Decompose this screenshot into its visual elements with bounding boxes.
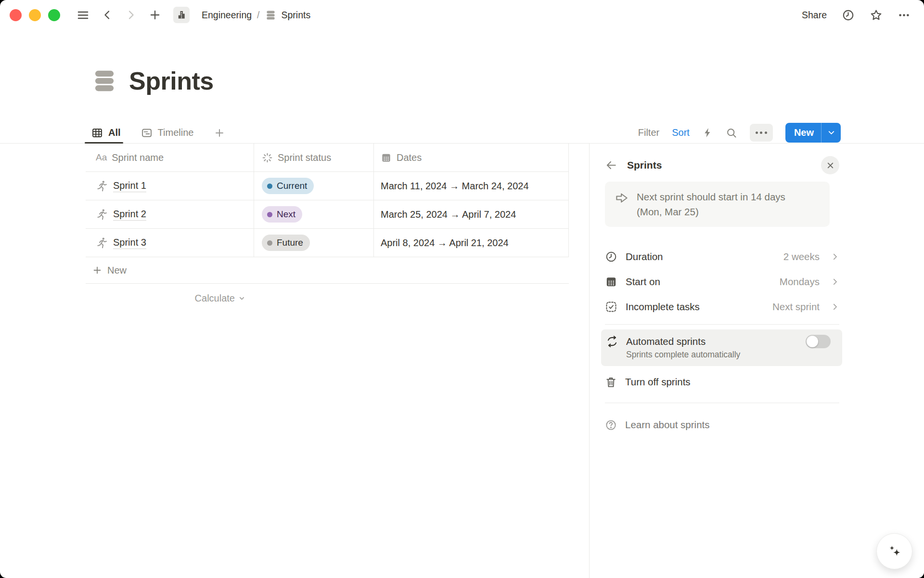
table-header-row: Aa Sprint name Sprint status Dates — [86, 144, 569, 172]
teamspace-icon[interactable] — [173, 7, 190, 23]
running-person-icon — [96, 236, 108, 249]
search-icon[interactable] — [726, 127, 737, 139]
cell-sprint-status[interactable]: Next — [254, 200, 374, 229]
favorite-star-icon[interactable] — [870, 9, 883, 22]
tab-all[interactable]: All — [91, 122, 121, 143]
banner-line-1: Next sprint should start in 14 days — [637, 191, 785, 202]
more-options-icon[interactable] — [898, 9, 911, 22]
new-row-button[interactable]: New — [86, 257, 569, 284]
panel-divider — [605, 403, 839, 403]
chevron-down-icon — [827, 128, 836, 137]
breadcrumb-page[interactable]: Sprints — [282, 10, 311, 21]
setting-start-on[interactable]: Start on Mondays — [605, 269, 839, 294]
automated-sprints-row[interactable]: Automated sprints Sprints complete autom… — [601, 329, 842, 366]
chevron-right-icon — [831, 277, 839, 286]
column-label: Sprint name — [112, 152, 164, 163]
sort-button[interactable]: Sort — [672, 127, 690, 138]
setting-value: Next sprint — [772, 301, 820, 313]
timeline-view-icon — [141, 127, 153, 139]
sprint-title[interactable]: Sprint 2 — [113, 209, 146, 221]
view-options-button[interactable] — [750, 124, 773, 142]
back-icon[interactable] — [102, 9, 113, 21]
learn-about-sprints-label: Learn about sprints — [625, 419, 710, 431]
tab-timeline[interactable]: Timeline — [141, 122, 194, 143]
panel-title: Sprints — [627, 159, 662, 171]
status-spinner-icon — [262, 152, 273, 163]
sprint-title[interactable]: Sprint 1 — [113, 180, 146, 192]
chevron-down-icon — [238, 295, 245, 302]
running-person-icon — [96, 208, 108, 221]
close-icon — [826, 161, 835, 170]
panel-divider — [605, 324, 839, 325]
ai-assistant-button[interactable] — [876, 533, 912, 569]
cell-sprint-status[interactable]: Future — [254, 229, 374, 257]
table-view-icon — [91, 127, 103, 139]
new-record-label[interactable]: New — [785, 123, 821, 143]
setting-incomplete-tasks[interactable]: Incomplete tasks Next sprint — [605, 294, 839, 319]
cell-sprint-status[interactable]: Current — [254, 172, 374, 200]
calendar-icon — [381, 152, 392, 163]
table-row: Sprint 2 Next March 25, 2024 → April 7, … — [86, 200, 569, 229]
forward-icon[interactable] — [125, 9, 137, 21]
panel-close-button[interactable] — [821, 156, 839, 174]
status-badge[interactable]: Next — [262, 206, 302, 223]
new-page-icon[interactable] — [149, 9, 161, 21]
trash-icon — [605, 376, 617, 388]
date-range: March 25, 2024 → April 7, 2024 — [381, 209, 516, 220]
status-dot — [267, 240, 272, 246]
breadcrumb-separator: / — [257, 10, 259, 21]
calculate-label: Calculate — [195, 293, 235, 304]
new-row-label: New — [107, 265, 127, 276]
learn-about-sprints-link[interactable]: Learn about sprints — [605, 408, 839, 442]
help-circle-icon — [605, 419, 617, 431]
column-label: Sprint status — [278, 152, 331, 163]
breadcrumb-workspace[interactable]: Engineering — [202, 10, 252, 21]
sprint-title[interactable]: Sprint 3 — [113, 237, 146, 249]
turn-off-sprints-label: Turn off sprints — [625, 376, 691, 388]
cell-dates[interactable]: April 8, 2024 → April 21, 2024 — [374, 229, 569, 257]
status-dot — [267, 212, 272, 217]
repeat-icon — [606, 335, 618, 348]
minimize-window-button[interactable] — [29, 9, 41, 21]
column-header-sprint-name[interactable]: Aa Sprint name — [86, 144, 254, 172]
zoom-window-button[interactable] — [48, 9, 60, 21]
add-view-button[interactable] — [214, 122, 225, 143]
notion-window: Engineering / Sprints Share — [0, 0, 924, 578]
setting-duration[interactable]: Duration 2 weeks — [605, 244, 839, 269]
cell-dates[interactable]: March 11, 2024 → March 24, 2024 — [374, 172, 569, 200]
turn-off-sprints-button[interactable]: Turn off sprints — [605, 366, 839, 398]
setting-label: Incomplete tasks — [626, 301, 700, 313]
new-record-button[interactable]: New — [785, 123, 841, 143]
share-button[interactable]: Share — [802, 10, 827, 21]
close-window-button[interactable] — [10, 9, 22, 21]
dashed-checkbox-icon — [605, 301, 617, 313]
automated-sprints-label: Automated sprints — [626, 336, 706, 347]
chevron-right-icon — [831, 302, 839, 311]
status-badge[interactable]: Current — [262, 178, 314, 194]
page-title[interactable]: Sprints — [129, 66, 214, 95]
next-sprint-banner: Next sprint should start in 14 days (Mon… — [605, 182, 830, 227]
column-header-sprint-status[interactable]: Sprint status — [254, 144, 374, 172]
status-dot — [267, 184, 272, 189]
status-badge[interactable]: Future — [262, 235, 310, 251]
sprints-table: Aa Sprint name Sprint status Dates — [86, 144, 569, 304]
page-database-icon[interactable] — [91, 68, 117, 94]
text-property-icon: Aa — [96, 152, 107, 163]
column-header-dates[interactable]: Dates — [374, 144, 569, 172]
cell-sprint-name[interactable]: Sprint 2 — [86, 200, 254, 229]
updates-clock-icon[interactable] — [842, 9, 855, 22]
plus-icon — [214, 127, 225, 139]
panel-back-icon[interactable] — [605, 159, 617, 171]
cell-sprint-name[interactable]: Sprint 3 — [86, 229, 254, 257]
cell-dates[interactable]: March 25, 2024 → April 7, 2024 — [374, 200, 569, 229]
date-range: April 8, 2024 → April 21, 2024 — [381, 237, 509, 249]
calculate-button[interactable]: Calculate — [86, 284, 254, 304]
filter-button[interactable]: Filter — [638, 127, 659, 138]
sidebar-menu-icon[interactable] — [77, 9, 90, 22]
new-record-dropdown[interactable] — [821, 123, 841, 143]
tab-timeline-label: Timeline — [158, 127, 194, 138]
plus-icon — [92, 265, 103, 276]
cell-sprint-name[interactable]: Sprint 1 — [86, 172, 254, 200]
automations-bolt-icon[interactable] — [702, 127, 713, 138]
automated-sprints-toggle[interactable] — [806, 335, 831, 348]
